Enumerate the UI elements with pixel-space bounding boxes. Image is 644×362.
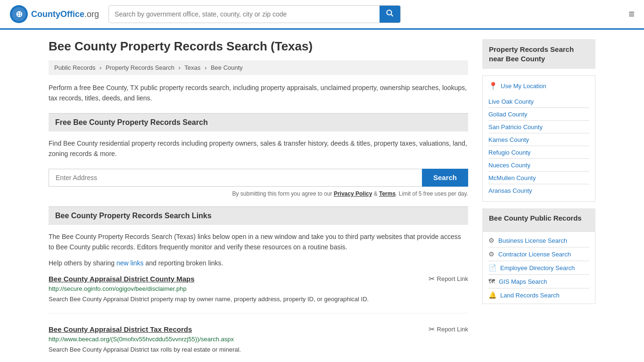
nearby-county-1-link[interactable]: Goliad County — [488, 111, 527, 118]
global-search-button[interactable] — [380, 6, 400, 23]
nearby-county-2: San Patricio County — [488, 121, 589, 133]
link-item-0-url[interactable]: http://secure.oginfo.com/ogigov/bee/disc… — [49, 285, 468, 292]
global-search-input[interactable] — [109, 6, 380, 23]
public-record-2: 📄 Employee Directory Search — [488, 261, 589, 275]
nearby-county-2-link[interactable]: San Patricio County — [488, 123, 543, 131]
sidebar-nearby-content: 📍 Use My Location Live Oak County Goliad… — [482, 75, 595, 202]
link-item-0-desc: Search Bee County Appraisal District pro… — [49, 296, 369, 303]
links-description-2: Help others by sharing new links and rep… — [49, 258, 468, 268]
site-header: ⊕ CountyOffice.org ≡ — [0, 0, 644, 30]
business-icon: ⚙ — [488, 237, 495, 244]
link-item-1-title[interactable]: Bee County Appraisal District Tax Record… — [49, 325, 192, 333]
link-item-0-header: Bee County Appraisal District County Map… — [49, 274, 468, 283]
location-pin-icon: 📍 — [488, 82, 498, 90]
free-search-description: Find Bee County residential property rec… — [49, 138, 468, 159]
public-record-0: ⚙ Business License Search — [488, 234, 589, 247]
report-icon-0: ✂ — [429, 274, 435, 283]
global-search-bar[interactable] — [108, 5, 401, 23]
nearby-county-5: Nueces County — [488, 159, 589, 172]
privacy-policy-link[interactable]: Privacy Policy — [334, 190, 372, 197]
page-description: Perform a free Bee County, TX public pro… — [49, 82, 468, 104]
nearby-county-0: Live Oak County — [488, 95, 589, 108]
employee-directory-link[interactable]: Employee Directory Search — [500, 264, 575, 272]
report-link-0-label: Report Link — [437, 275, 468, 282]
public-records-list: ⚙ Business License Search ⚙ Contractor L… — [488, 234, 589, 302]
link-item-0: Bee County Appraisal District County Map… — [49, 274, 468, 314]
address-form: Search — [49, 169, 468, 187]
nearby-county-7: Aransas County — [488, 184, 589, 197]
contractor-license-link[interactable]: Contractor License Search — [498, 251, 571, 258]
hamburger-menu[interactable]: ≡ — [628, 8, 635, 20]
report-link-1-label: Report Link — [437, 326, 468, 333]
use-my-location-link[interactable]: Use My Location — [501, 82, 546, 90]
report-link-0-button[interactable]: ✂ Report Link — [429, 274, 468, 283]
report-icon-1: ✂ — [429, 325, 435, 334]
sidebar-public-section: Bee County Public Records — [482, 208, 595, 231]
employee-icon: 📄 — [488, 264, 496, 272]
link-item-0-title[interactable]: Bee County Appraisal District County Map… — [49, 275, 195, 283]
nearby-county-6-link[interactable]: McMullen County — [488, 174, 536, 181]
nearby-county-3-link[interactable]: Karnes County — [488, 136, 529, 143]
logo[interactable]: ⊕ CountyOffice.org — [9, 5, 99, 24]
nearby-county-3: Karnes County — [488, 133, 589, 146]
link-item-1-desc: Search Bee County Appraisal District tax… — [49, 346, 241, 353]
breadcrumb-property-records[interactable]: Property Records Search — [106, 64, 174, 71]
sidebar-public-content: ⚙ Business License Search ⚙ Contractor L… — [482, 231, 595, 304]
free-search-section-header: Free Bee County Property Records Search — [49, 113, 468, 132]
sidebar-public-title: Bee County Public Records — [489, 214, 589, 222]
nearby-county-6: McMullen County — [488, 172, 589, 184]
nearby-county-7-link[interactable]: Aransas County — [488, 187, 532, 194]
use-my-location-item: 📍 Use My Location — [488, 79, 589, 93]
logo-icon: ⊕ — [9, 5, 28, 24]
breadcrumb-public-records[interactable]: Public Records — [54, 64, 95, 71]
nearby-counties-list: Live Oak County Goliad County San Patric… — [488, 93, 589, 198]
terms-link[interactable]: Terms — [379, 190, 396, 197]
report-link-1-button[interactable]: ✂ Report Link — [429, 325, 468, 334]
page-title: Bee County Property Records Search (Texa… — [49, 39, 468, 54]
svg-text:⊕: ⊕ — [16, 9, 23, 19]
main-content: Bee County Property Records Search (Texa… — [49, 39, 468, 362]
address-input[interactable] — [49, 169, 422, 187]
gis-maps-link[interactable]: GIS Maps Search — [499, 278, 547, 285]
search-button[interactable]: Search — [422, 169, 468, 187]
link-item-1-url[interactable]: http://www.beecad.org/(S(0mofxv55hvcddu5… — [49, 336, 468, 343]
nearby-county-4: Refugio County — [488, 146, 589, 159]
public-record-4: 🔔 Land Records Search — [488, 288, 589, 302]
land-records-link[interactable]: Land Records Search — [500, 292, 560, 299]
business-license-link[interactable]: Business License Search — [498, 237, 567, 244]
gis-icon: 🗺 — [488, 278, 495, 285]
sidebar-nearby-section: Property Records Search near Bee County — [482, 39, 595, 69]
contractor-icon: ⚙ — [488, 250, 495, 258]
links-description-1: The Bee County Property Records Search (… — [49, 231, 468, 253]
link-item-1: Bee County Appraisal District Tax Record… — [49, 325, 468, 362]
nearby-county-1: Goliad County — [488, 108, 589, 121]
svg-line-4 — [391, 15, 393, 16]
links-section-header: Bee County Property Records Search Links — [49, 206, 468, 225]
nearby-county-5-link[interactable]: Nueces County — [488, 162, 530, 169]
breadcrumb: Public Records › Property Records Search… — [49, 60, 468, 75]
nearby-county-0-link[interactable]: Live Oak County — [488, 98, 534, 105]
land-icon: 🔔 — [488, 291, 496, 299]
sidebar-nearby-title: Property Records Search near Bee County — [489, 45, 589, 63]
link-item-1-header: Bee County Appraisal District Tax Record… — [49, 325, 468, 334]
form-disclaimer: By submitting this form you agree to our… — [49, 190, 468, 197]
new-links-link[interactable]: new links — [116, 259, 144, 267]
breadcrumb-texas[interactable]: Texas — [184, 64, 200, 71]
breadcrumb-current: Bee County — [211, 64, 243, 71]
public-record-3: 🗺 GIS Maps Search — [488, 275, 589, 288]
nearby-county-4-link[interactable]: Refugio County — [488, 149, 531, 156]
public-record-1: ⚙ Contractor License Search — [488, 247, 589, 261]
logo-text: CountyOffice.org — [31, 9, 99, 19]
svg-point-3 — [387, 10, 392, 15]
sidebar: Property Records Search near Bee County … — [482, 39, 595, 362]
